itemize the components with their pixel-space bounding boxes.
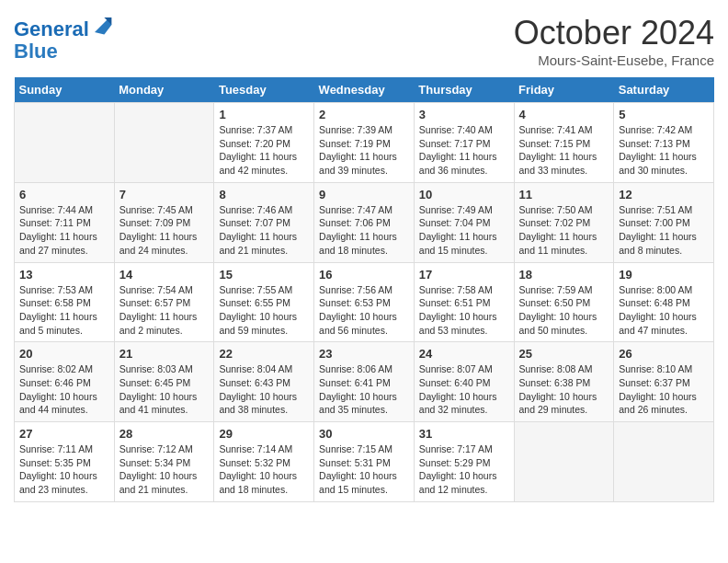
calendar-cell: 2Sunrise: 7:39 AMSunset: 7:19 PMDaylight… [314,103,415,183]
day-info: Sunrise: 7:15 AMSunset: 5:31 PMDaylight:… [319,442,409,497]
calendar-cell: 12Sunrise: 7:51 AMSunset: 7:00 PMDayligh… [614,182,714,262]
day-number: 29 [219,427,309,441]
calendar-cell: 7Sunrise: 7:45 AMSunset: 7:09 PMDaylight… [114,182,214,262]
calendar-cell [614,422,714,502]
day-info: Sunrise: 7:14 AMSunset: 5:32 PMDaylight:… [219,442,309,497]
calendar-cell: 8Sunrise: 7:46 AMSunset: 7:07 PMDaylight… [214,182,314,262]
calendar-week-row: 6Sunrise: 7:44 AMSunset: 7:11 PMDaylight… [15,182,714,262]
day-number: 4 [519,108,609,121]
day-info: Sunrise: 7:49 AMSunset: 7:04 PMDaylight:… [419,203,509,258]
calendar-cell: 28Sunrise: 7:12 AMSunset: 5:34 PMDayligh… [114,422,214,502]
day-number: 16 [319,268,409,282]
calendar-week-row: 27Sunrise: 7:11 AMSunset: 5:35 PMDayligh… [15,422,714,502]
weekday-header: Wednesday [314,77,415,103]
day-info: Sunrise: 7:42 AMSunset: 7:13 PMDaylight:… [619,123,709,178]
calendar-cell: 24Sunrise: 8:07 AMSunset: 6:40 PMDayligh… [414,342,514,422]
day-info: Sunrise: 7:37 AMSunset: 7:20 PMDaylight:… [219,123,309,178]
calendar-cell: 14Sunrise: 7:54 AMSunset: 6:57 PMDayligh… [114,262,214,342]
day-info: Sunrise: 7:40 AMSunset: 7:17 PMDaylight:… [419,123,509,178]
day-info: Sunrise: 7:53 AMSunset: 6:58 PMDaylight:… [19,283,109,338]
day-number: 12 [619,188,709,201]
calendar-cell: 25Sunrise: 8:08 AMSunset: 6:38 PMDayligh… [514,342,614,422]
calendar-cell: 6Sunrise: 7:44 AMSunset: 7:11 PMDaylight… [15,182,115,262]
day-info: Sunrise: 8:03 AMSunset: 6:45 PMDaylight:… [119,362,210,417]
day-info: Sunrise: 7:12 AMSunset: 5:34 PMDaylight:… [119,442,210,497]
location-text: Mours-Saint-Eusebe, France [514,52,714,68]
calendar-cell [15,103,115,183]
day-number: 25 [519,347,609,361]
day-number: 2 [319,108,409,121]
day-info: Sunrise: 7:44 AMSunset: 7:11 PMDaylight:… [19,203,109,258]
calendar-cell: 19Sunrise: 8:00 AMSunset: 6:48 PMDayligh… [614,262,714,342]
calendar-cell: 20Sunrise: 8:02 AMSunset: 6:46 PMDayligh… [15,342,115,422]
day-number: 14 [119,268,210,282]
weekday-header: Saturday [614,77,714,103]
calendar-cell: 16Sunrise: 7:56 AMSunset: 6:53 PMDayligh… [314,262,415,342]
day-info: Sunrise: 8:08 AMSunset: 6:38 PMDaylight:… [519,362,609,417]
logo-icon [91,14,113,36]
day-info: Sunrise: 7:51 AMSunset: 7:00 PMDaylight:… [619,203,709,258]
calendar-cell: 18Sunrise: 7:59 AMSunset: 6:50 PMDayligh… [514,262,614,342]
day-info: Sunrise: 7:54 AMSunset: 6:57 PMDaylight:… [119,283,210,338]
weekday-header-row: SundayMondayTuesdayWednesdayThursdayFrid… [15,77,714,103]
day-info: Sunrise: 7:46 AMSunset: 7:07 PMDaylight:… [219,203,309,258]
calendar-cell: 29Sunrise: 7:14 AMSunset: 5:32 PMDayligh… [214,422,314,502]
weekday-header: Monday [114,77,214,103]
weekday-header: Sunday [15,77,115,103]
day-number: 18 [519,268,609,282]
calendar-cell: 30Sunrise: 7:15 AMSunset: 5:31 PMDayligh… [314,422,415,502]
calendar-cell [514,422,614,502]
day-number: 9 [319,188,409,201]
calendar-cell: 3Sunrise: 7:40 AMSunset: 7:17 PMDaylight… [414,103,514,183]
day-number: 28 [119,427,210,441]
day-number: 30 [319,427,409,441]
day-number: 5 [619,108,709,121]
calendar-cell: 11Sunrise: 7:50 AMSunset: 7:02 PMDayligh… [514,182,614,262]
day-number: 20 [19,347,109,361]
day-info: Sunrise: 7:50 AMSunset: 7:02 PMDaylight:… [519,203,609,258]
day-info: Sunrise: 7:56 AMSunset: 6:53 PMDaylight:… [319,283,409,338]
calendar-week-row: 1Sunrise: 7:37 AMSunset: 7:20 PMDaylight… [15,103,714,183]
day-number: 19 [619,268,709,282]
day-number: 15 [219,268,309,282]
calendar-cell: 27Sunrise: 7:11 AMSunset: 5:35 PMDayligh… [15,422,115,502]
calendar-cell: 23Sunrise: 8:06 AMSunset: 6:41 PMDayligh… [314,342,415,422]
day-info: Sunrise: 7:45 AMSunset: 7:09 PMDaylight:… [119,203,210,258]
day-info: Sunrise: 7:17 AMSunset: 5:29 PMDaylight:… [419,442,509,497]
day-number: 3 [419,108,509,121]
day-info: Sunrise: 7:59 AMSunset: 6:50 PMDaylight:… [519,283,609,338]
day-number: 6 [19,188,109,201]
calendar-cell: 13Sunrise: 7:53 AMSunset: 6:58 PMDayligh… [15,262,115,342]
day-info: Sunrise: 8:00 AMSunset: 6:48 PMDaylight:… [619,283,709,338]
day-info: Sunrise: 7:55 AMSunset: 6:55 PMDaylight:… [219,283,309,338]
calendar-week-row: 20Sunrise: 8:02 AMSunset: 6:46 PMDayligh… [15,342,714,422]
day-number: 7 [119,188,210,201]
logo-text: General [14,14,113,40]
day-number: 21 [119,347,210,361]
page-header: General Blue October 2024 Mours-Saint-Eu… [14,14,714,68]
day-info: Sunrise: 8:04 AMSunset: 6:43 PMDaylight:… [219,362,309,417]
day-number: 23 [319,347,409,361]
day-number: 22 [219,347,309,361]
calendar-cell: 21Sunrise: 8:03 AMSunset: 6:45 PMDayligh… [114,342,214,422]
calendar-cell [114,103,214,183]
day-number: 1 [219,108,309,121]
day-info: Sunrise: 8:07 AMSunset: 6:40 PMDaylight:… [419,362,509,417]
day-number: 31 [419,427,509,441]
day-info: Sunrise: 8:06 AMSunset: 6:41 PMDaylight:… [319,362,409,417]
calendar-cell: 1Sunrise: 7:37 AMSunset: 7:20 PMDaylight… [214,103,314,183]
weekday-header: Thursday [414,77,514,103]
day-info: Sunrise: 8:10 AMSunset: 6:37 PMDaylight:… [619,362,709,417]
weekday-header: Friday [514,77,614,103]
day-number: 8 [219,188,309,201]
day-number: 26 [619,347,709,361]
calendar-cell: 9Sunrise: 7:47 AMSunset: 7:06 PMDaylight… [314,182,415,262]
logo-blue-text: Blue [14,40,113,63]
day-info: Sunrise: 8:02 AMSunset: 6:46 PMDaylight:… [19,362,109,417]
day-number: 27 [19,427,109,441]
title-block: October 2024 Mours-Saint-Eusebe, France [514,14,714,68]
calendar-table: SundayMondayTuesdayWednesdayThursdayFrid… [14,77,714,502]
day-number: 13 [19,268,109,282]
calendar-cell: 22Sunrise: 8:04 AMSunset: 6:43 PMDayligh… [214,342,314,422]
day-info: Sunrise: 7:47 AMSunset: 7:06 PMDaylight:… [319,203,409,258]
